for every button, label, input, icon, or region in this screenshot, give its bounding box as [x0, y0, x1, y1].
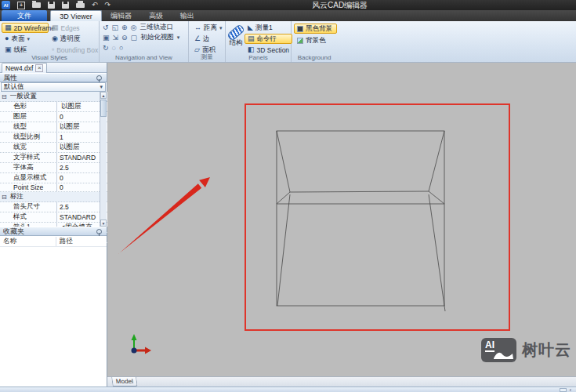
button-command-line[interactable]: ▤ 命令行: [245, 34, 292, 44]
group-label-measure: 测量: [189, 53, 225, 61]
zoom-out-icon[interactable]: ⊖: [121, 34, 128, 42]
edges-icon: ▦: [52, 24, 59, 31]
init-view-label[interactable]: 初始化视图: [140, 33, 174, 42]
property-row[interactable]: 线型比例 1: [0, 132, 107, 143]
scrollbar-thumb[interactable]: [100, 100, 107, 117]
scroll-up-icon[interactable]: ▲: [100, 92, 107, 99]
button-distance[interactable]: ↔ 距离 ▾: [191, 23, 225, 33]
tab-file[interactable]: 文件: [2, 10, 47, 21]
tab-3d-viewer[interactable]: 3D Viewer: [50, 10, 102, 21]
select-circle-icon[interactable]: ○: [119, 45, 123, 52]
preset-dropdown[interactable]: 默认值 ▾: [1, 82, 106, 92]
chevron-down-icon: ▾: [100, 84, 103, 90]
save-as-icon[interactable]: [62, 2, 69, 9]
orbit-label[interactable]: 三维轨迹口: [139, 23, 173, 32]
favorites-path-column[interactable]: 路径: [56, 237, 73, 246]
group-label-panels: Panels: [226, 54, 291, 61]
print-icon[interactable]: [76, 3, 85, 8]
property-row[interactable]: Point Size 0: [0, 183, 107, 192]
edge-measure-icon: ∠: [194, 35, 201, 42]
property-row[interactable]: 字体高 2.5: [0, 163, 107, 173]
group-label-background: Background: [292, 54, 337, 61]
property-row[interactable]: 样式 STANDARD: [0, 212, 107, 223]
zoom-in-icon[interactable]: ⊕: [121, 24, 128, 31]
redo-icon[interactable]: ↷: [105, 0, 111, 10]
title-bar: AI + ↶ ↷ 风云CAD编辑器: [0, 0, 576, 10]
tab-output[interactable]: 输出: [172, 10, 203, 21]
bounding-box-icon: ▫: [52, 46, 54, 53]
tab-model[interactable]: Model: [111, 377, 138, 387]
tab-editor[interactable]: 编辑器: [102, 10, 140, 21]
command-line-icon: ▤: [248, 35, 255, 42]
background-color-icon: [297, 38, 303, 44]
app-logo-icon: AI: [2, 1, 10, 9]
button-black-background[interactable]: 黑色背景: [294, 24, 337, 34]
favorites-header: 收藏夹: [0, 227, 107, 236]
close-icon[interactable]: ×: [35, 64, 43, 72]
save-icon[interactable]: [48, 2, 55, 9]
pin-icon[interactable]: [96, 229, 102, 234]
group-measure: ↔ 距离 ▾ ∠ 边 ▱ 面积 测量: [189, 21, 226, 62]
pan-icon[interactable]: ↺: [103, 24, 109, 31]
property-row[interactable]: 点显示模式 0: [0, 173, 107, 183]
sphere-icon: ●: [5, 35, 9, 42]
new-file-icon[interactable]: +: [17, 2, 25, 9]
button-edges[interactable]: ▦ Edges: [49, 23, 99, 33]
property-row[interactable]: 图层 0: [0, 112, 107, 122]
open-file-icon[interactable]: [32, 2, 41, 8]
property-group-row[interactable]: ⊟ 标注: [0, 192, 107, 202]
drawing-layer: [107, 63, 576, 376]
button-edge-measure[interactable]: ∠ 边: [191, 34, 225, 44]
property-group-row[interactable]: ⊟ 一般设置: [0, 92, 107, 102]
button-measure1-panel[interactable]: ◣ 测量1: [245, 23, 292, 33]
red-annotation-arrow: [118, 177, 211, 255]
button-transparency[interactable]: ◉ 透明度: [49, 34, 99, 44]
red-highlight-rectangle: [245, 104, 509, 330]
window-title: 风云CAD编辑器: [312, 0, 368, 10]
group-navigation-view: ↺ ◱ ⊕ ◎ 三维轨迹口 ▣ ⇲ ⊖ ▢ 初始化视图 ▾ ↻ ◌: [100, 21, 189, 62]
free-orbit-icon[interactable]: ◌: [112, 45, 116, 52]
undo-icon[interactable]: ↶: [92, 0, 98, 10]
group-label-navigation: Navigation and View: [100, 54, 188, 61]
document-tab[interactable]: New4.dxf ×: [2, 63, 47, 73]
quick-access-toolbar: AI + ↶ ↷: [0, 0, 110, 10]
button-surface[interactable]: ● 表面 ▾: [2, 34, 49, 44]
mountain-icon: [481, 338, 516, 362]
tab-advanced[interactable]: 高级: [140, 10, 172, 21]
property-scrollbar[interactable]: ▲ ▼: [100, 92, 107, 227]
watermark: AI 树叶云: [481, 338, 571, 362]
zoom-window-icon[interactable]: ◱: [112, 24, 119, 31]
favorites-name-column[interactable]: 名称: [3, 237, 16, 246]
properties-header: 属性: [0, 73, 107, 82]
model-viewport[interactable]: AI 树叶云: [107, 63, 576, 376]
pin-icon[interactable]: [96, 75, 102, 81]
property-row[interactable]: 文字样式 STANDARD: [0, 153, 107, 163]
chevron-left-icon[interactable]: ‹: [570, 388, 571, 392]
group-visual-styles: ▦ 2D Wireframe ● 表面 ▾ ▣ 线框 ▦: [0, 21, 100, 62]
collapse-icon[interactable]: ⊟: [0, 93, 7, 100]
rotate-icon[interactable]: ↻: [103, 45, 109, 52]
group-panels: 结构 ◣ 测量1 ▤ 命令行 ◧ 3D Section: [226, 21, 292, 62]
brand-name: 树叶云: [522, 339, 571, 361]
button-2d-wireframe[interactable]: ▦ 2D Wireframe: [2, 23, 49, 33]
property-row[interactable]: 线型 以图层: [0, 122, 107, 132]
dropdown-icon[interactable]: ▾: [177, 34, 180, 41]
document-tab-strip: New4.dxf ×: [0, 63, 107, 73]
property-grid: ⊟ 一般设置 色彩 以图层 图层 0 线型 以图层 线型比例 1 线宽 以图层: [0, 92, 107, 227]
scroll-down-icon[interactable]: ▼: [100, 220, 107, 227]
button-structure[interactable]: 结构: [227, 23, 245, 53]
cad-editor-window: AI + ↶ ↷ 风云CAD编辑器 文件 3D Viewer 编辑器 高级 输出…: [0, 0, 576, 392]
property-row[interactable]: 箭头尺寸 2.5: [0, 202, 107, 212]
button-background-color[interactable]: 背景色: [294, 35, 337, 45]
property-row[interactable]: 线宽 以图层: [0, 143, 107, 153]
ribbon-tab-row: 文件 3D Viewer 编辑器 高级 输出: [0, 10, 576, 21]
fit-view-icon[interactable]: ⇲: [113, 34, 119, 42]
view-box-icon[interactable]: ▣: [103, 34, 110, 42]
init-view-icon[interactable]: ▢: [131, 34, 138, 42]
orbit-icon[interactable]: ◎: [131, 24, 137, 31]
dropdown-icon: ▾: [27, 36, 30, 42]
snapshot-icon[interactable]: [560, 388, 567, 392]
collapse-icon[interactable]: ⊟: [0, 194, 7, 201]
property-row[interactable]: 色彩 以图层: [0, 102, 107, 112]
measure1-icon: ◣: [248, 24, 253, 31]
